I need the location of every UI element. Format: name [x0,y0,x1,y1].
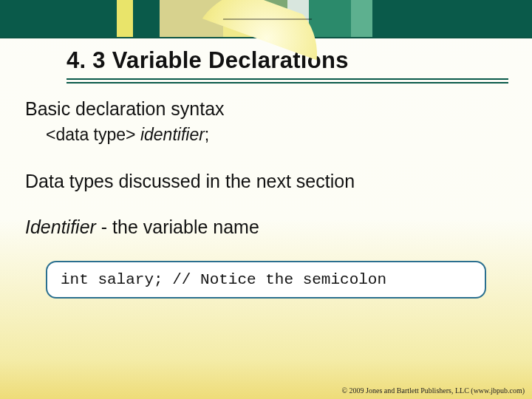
data-types-line: Data types discussed in the next section [25,170,507,193]
divider [66,78,508,83]
syntax-line: <data type> identifier; [25,125,507,145]
syntax-identifier: identifier [140,125,205,144]
decorative-banner [0,0,532,38]
intro-line: Basic declaration syntax [25,98,507,120]
syntax-suffix: ; [205,125,209,144]
identifier-rest: - the variable name [96,216,259,237]
syntax-prefix: <data type> [46,125,140,144]
slide-title: 4. 3 Variable Declarations [66,47,508,74]
title-region: 4. 3 Variable Declarations [0,38,532,87]
identifier-line: Identifier - the variable name [25,216,507,239]
slide-body: Basic declaration syntax <data type> ide… [0,87,532,299]
identifier-word: Identifier [25,216,96,237]
code-example: int salary; // Notice the semicolon [46,261,486,299]
copyright-footer: © 2009 Jones and Bartlett Publishers, LL… [342,386,525,395]
